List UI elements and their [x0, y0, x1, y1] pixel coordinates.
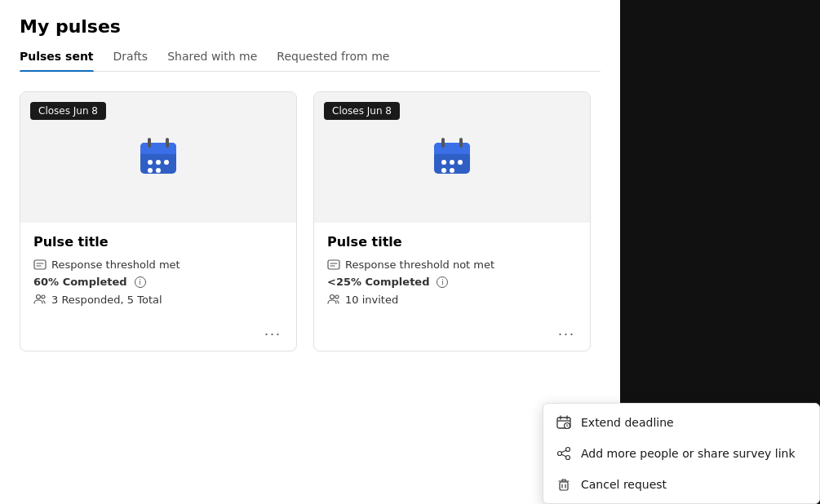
card-image-1: Closes Jun 8 [20, 92, 296, 223]
closes-badge-1: Closes Jun 8 [30, 102, 106, 120]
svg-point-6 [148, 168, 153, 173]
add-people-item[interactable]: Add more people or share survey link [543, 438, 819, 469]
svg-point-3 [148, 160, 153, 165]
threshold-row-2: Response threshold not met [327, 258, 577, 271]
calendar-clock-icon [556, 415, 571, 430]
people-icon-1 [33, 293, 47, 306]
trash-icon [556, 477, 571, 492]
svg-rect-21 [441, 138, 445, 148]
responded-stat-1: 3 Responded, 5 Total [51, 294, 162, 306]
card-meta-1: Response threshold met 60% Completed i [33, 258, 283, 306]
tab-requested-from-me[interactable]: Requested from me [277, 50, 389, 71]
svg-rect-9 [166, 138, 169, 148]
page-title: My pulses [20, 16, 601, 37]
svg-point-29 [566, 456, 570, 460]
svg-point-16 [441, 160, 446, 165]
svg-rect-2 [140, 149, 176, 154]
extend-deadline-item[interactable]: Extend deadline [543, 407, 819, 438]
svg-point-12 [42, 295, 45, 298]
info-icon-2: i [437, 276, 448, 288]
more-options-button-2[interactable]: ··· [553, 324, 580, 344]
svg-point-7 [156, 168, 161, 173]
threshold-label-2: Response threshold not met [345, 259, 494, 271]
calendar-icon-1 [137, 136, 180, 179]
svg-point-30 [558, 452, 562, 456]
tab-pulses-sent[interactable]: Pulses sent [20, 50, 94, 71]
svg-point-28 [566, 448, 570, 452]
threshold-label-1: Response threshold met [51, 259, 180, 271]
threshold-icon-2 [327, 258, 340, 271]
tab-shared-with-me[interactable]: Shared with me [167, 50, 257, 71]
cancel-request-label: Cancel request [581, 478, 667, 491]
svg-point-4 [156, 160, 161, 165]
pulse-card-1: Closes Jun 8 [20, 91, 297, 351]
completion-row-1: 60% Completed i [33, 276, 283, 288]
card-image-2: Closes Jun 8 [314, 92, 590, 223]
completion-stat-2: <25% Completed [327, 276, 429, 288]
add-people-label: Add more people or share survey link [581, 447, 796, 460]
threshold-icon-1 [33, 258, 47, 271]
more-options-button-1[interactable]: ··· [259, 324, 286, 344]
cancel-request-item[interactable]: Cancel request [543, 469, 819, 500]
card-meta-2: Response threshold not met <25% Complete… [327, 258, 577, 306]
svg-rect-15 [434, 149, 470, 154]
svg-point-17 [450, 160, 454, 165]
responded-row-1: 3 Responded, 5 Total [33, 293, 283, 306]
svg-rect-22 [459, 138, 463, 148]
tabs-nav: Pulses sent Drafts Shared with me Reques… [20, 50, 601, 72]
pulse-cards-container: Closes Jun 8 [20, 91, 601, 351]
svg-rect-23 [328, 260, 339, 269]
calendar-icon-2 [431, 136, 473, 179]
card-body-2: Pulse title Response threshold not met <… [314, 223, 590, 317]
invited-row-2: 10 invited [327, 293, 577, 306]
people-icon-2 [327, 293, 340, 306]
svg-point-20 [450, 168, 454, 173]
completion-row-2: <25% Completed i [327, 276, 577, 288]
svg-rect-31 [560, 482, 568, 490]
context-menu: Extend deadline Add more people or share… [543, 403, 820, 504]
svg-point-19 [441, 168, 446, 173]
extend-deadline-label: Extend deadline [581, 416, 674, 429]
svg-rect-8 [148, 138, 151, 148]
svg-rect-10 [34, 260, 46, 269]
invited-stat-2: 10 invited [345, 294, 398, 306]
card-footer-1: ··· [20, 317, 296, 351]
card-title-2: Pulse title [327, 234, 577, 250]
completion-stat-1: 60% Completed [33, 276, 127, 288]
tab-drafts[interactable]: Drafts [113, 50, 148, 71]
card-body-1: Pulse title Response threshold met 60% C… [20, 223, 296, 317]
card-title-1: Pulse title [33, 234, 283, 250]
closes-badge-2: Closes Jun 8 [324, 102, 400, 120]
info-icon-1: i [135, 276, 146, 288]
svg-point-24 [330, 295, 335, 299]
pulse-card-2: Closes Jun 8 [313, 91, 591, 351]
svg-point-5 [164, 160, 169, 165]
card-footer-2: ··· [314, 317, 590, 351]
svg-point-18 [458, 160, 463, 165]
svg-point-11 [37, 295, 41, 299]
svg-point-25 [335, 295, 339, 298]
threshold-row-1: Response threshold met [33, 258, 283, 271]
share-icon [556, 446, 571, 461]
